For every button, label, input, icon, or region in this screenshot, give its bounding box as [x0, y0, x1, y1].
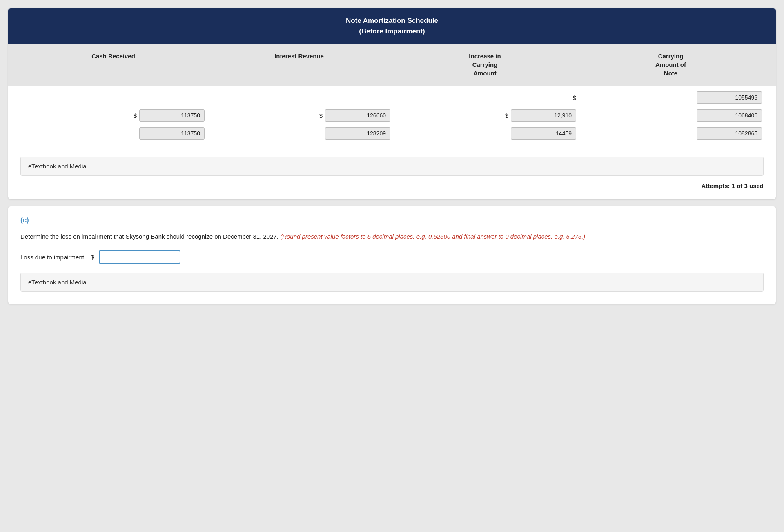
- table-row: [20, 127, 764, 140]
- row1-cash-input[interactable]: [139, 109, 205, 122]
- row1-interest-cell: $: [206, 109, 392, 122]
- row2-carrying-cell: [578, 127, 764, 140]
- loss-input[interactable]: [99, 250, 180, 264]
- section-c-card: (c) Determine the loss on impairment tha…: [8, 206, 776, 304]
- row1-carrying-cell: [578, 109, 764, 122]
- question-italic-text: (Round present value factors to 5 decima…: [280, 233, 585, 240]
- row2-increase-input[interactable]: [511, 127, 576, 140]
- section-c-label: (c): [20, 216, 764, 224]
- col-header-interest: Interest Revenue: [206, 48, 392, 82]
- table-row: $ $ $: [20, 109, 764, 122]
- row1-interest-input[interactable]: [325, 109, 390, 122]
- row1-interest-dollar: $: [319, 112, 323, 119]
- col-header-carrying: CarryingAmount ofNote: [578, 48, 764, 82]
- row2-interest-input[interactable]: [325, 127, 390, 140]
- question-main-text: Determine the loss on impairment that Sk…: [20, 233, 278, 240]
- row1-increase-cell: $: [392, 109, 578, 122]
- loss-dollar-sign: $: [91, 254, 94, 261]
- etextbook-media-bar: eTextbook and Media: [20, 157, 764, 176]
- etextbook-media-bar-bottom: eTextbook and Media: [20, 273, 764, 292]
- column-headers: Cash Received Interest Revenue Increase …: [8, 44, 776, 86]
- etextbook-label: eTextbook and Media: [28, 163, 87, 170]
- row1-increase-dollar: $: [505, 112, 508, 119]
- loss-due-label: Loss due to impairment: [20, 254, 86, 261]
- initial-increase-cell: $: [392, 94, 578, 101]
- initial-dollar: $: [573, 94, 576, 101]
- row1-cash-dollar: $: [134, 112, 137, 119]
- row2-interest-cell: [206, 127, 392, 140]
- row2-carrying-input[interactable]: [697, 127, 762, 140]
- row2-cash-input[interactable]: [139, 127, 205, 140]
- etextbook-label2: eTextbook and Media: [28, 279, 87, 286]
- table-title: Note Amortization Schedule (Before Impai…: [8, 8, 776, 44]
- data-rows: $ $ $ $: [8, 86, 776, 149]
- initial-row: $: [20, 91, 764, 104]
- initial-carrying-cell: [578, 91, 764, 104]
- initial-carrying-input[interactable]: [697, 91, 762, 104]
- row1-cash-cell: $: [20, 109, 206, 122]
- amortization-table-card: Note Amortization Schedule (Before Impai…: [8, 8, 776, 199]
- col-header-increase: Increase inCarryingAmount: [392, 48, 578, 82]
- question-paragraph: Determine the loss on impairment that Sk…: [20, 232, 764, 242]
- loss-input-row: Loss due to impairment $: [20, 250, 764, 264]
- attempts-display: Attempts: 1 of 3 used: [8, 178, 776, 189]
- row1-increase-input[interactable]: [511, 109, 576, 122]
- row2-increase-cell: [392, 127, 578, 140]
- row1-carrying-input[interactable]: [697, 109, 762, 122]
- col-header-cash: Cash Received: [20, 48, 206, 82]
- row2-cash-cell: [20, 127, 206, 140]
